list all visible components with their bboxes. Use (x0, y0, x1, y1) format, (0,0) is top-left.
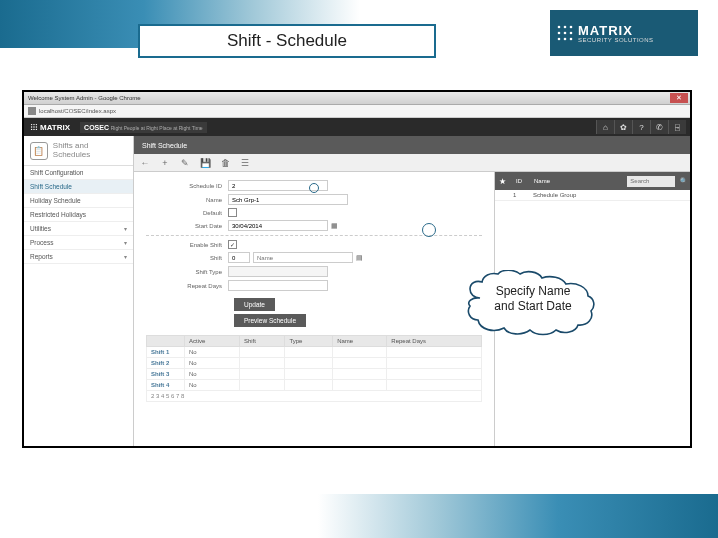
delete-icon[interactable]: 🗑 (220, 158, 230, 168)
slide-title-box: Shift - Schedule (138, 24, 436, 58)
svg-point-11 (36, 124, 37, 125)
schedule-id-input[interactable] (228, 180, 328, 191)
detail-header: ★ ID Name 🔍 (495, 172, 690, 190)
name-input[interactable] (228, 194, 348, 205)
start-date-input[interactable] (228, 220, 328, 231)
sidebar: 📋 Shifts and Schedules Shift Configurati… (24, 136, 134, 448)
slide-title-text: Shift - Schedule (227, 31, 347, 51)
svg-point-9 (31, 124, 32, 125)
main-panel: Shift Schedule ← + ✎ 💾 🗑 ☰ Schedule ID (134, 136, 690, 448)
sidebar-item-shift-schedule[interactable]: Shift Schedule (24, 180, 133, 194)
shift-table: Active Shift Type Name Repeat Days Shift… (146, 335, 482, 402)
clipboard-icon: 📋 (30, 142, 48, 160)
chevron-down-icon: ▾ (124, 239, 127, 246)
detail-search: 🔍 (627, 176, 690, 187)
bottom-gradient-decoration (318, 494, 718, 538)
table-row[interactable]: Shift 1No (147, 347, 482, 358)
table-row[interactable]: Shift 2No (147, 358, 482, 369)
sidebar-item-shift-config[interactable]: Shift Configuration (24, 166, 133, 180)
shift-id-input[interactable] (228, 252, 250, 263)
default-label: Default (146, 210, 228, 216)
default-checkbox[interactable] (228, 208, 237, 217)
sidebar-header: 📋 Shifts and Schedules (24, 136, 133, 166)
star-icon[interactable]: ★ (495, 177, 510, 186)
edit-icon[interactable]: ✎ (180, 158, 190, 168)
repeat-days-input[interactable] (228, 280, 328, 291)
sidebar-title: Shifts and Schedules (53, 142, 127, 160)
brand-tagline: SECURITY SOLUTIONS (578, 37, 654, 43)
search-input[interactable] (627, 176, 675, 187)
name-label: Name (146, 197, 228, 203)
chevron-down-icon: ▾ (124, 225, 127, 232)
detail-row[interactable]: 1 Schedule Group (495, 190, 690, 201)
favicon-icon (28, 107, 36, 115)
app-brand: MATRIX (40, 123, 70, 132)
save-icon[interactable]: 💾 (200, 158, 210, 168)
panel-title: Shift Schedule (134, 136, 690, 154)
svg-point-10 (33, 124, 34, 125)
app-logo-icon (30, 123, 38, 131)
svg-point-4 (564, 32, 567, 35)
update-button[interactable]: Update (234, 298, 275, 311)
calendar-icon[interactable]: ▦ (331, 222, 338, 230)
svg-point-12 (31, 126, 32, 127)
svg-point-6 (558, 38, 561, 41)
add-icon[interactable]: + (160, 158, 170, 168)
browser-titlebar: Welcome System Admin - Google Chrome ✕ (24, 92, 690, 105)
sidebar-item-process[interactable]: Process▾ (24, 236, 133, 250)
sidebar-item-holiday-schedule[interactable]: Holiday Schedule (24, 194, 133, 208)
svg-point-3 (558, 32, 561, 35)
callout-bubble: Specify Name and Start Date (460, 270, 600, 336)
logout-icon[interactable]: ⍈ (668, 120, 686, 134)
start-date-label: Start Date (146, 223, 228, 229)
phone-icon[interactable]: ✆ (650, 120, 668, 134)
shift-name-input[interactable] (253, 252, 353, 263)
svg-point-14 (36, 126, 37, 127)
enable-shift-label: Enable Shift (146, 242, 228, 248)
window-close-button[interactable]: ✕ (670, 93, 688, 103)
detail-col-name: Name (528, 178, 556, 184)
app-header-actions: ⌂ ✿ ? ✆ ⍈ (596, 120, 686, 134)
svg-point-1 (564, 26, 567, 29)
svg-point-16 (33, 129, 34, 130)
app-tagline: Right People at Right Place at Right Tim… (111, 125, 203, 131)
sidebar-item-reports[interactable]: Reports▾ (24, 250, 133, 264)
enable-shift-checkbox[interactable] (228, 240, 237, 249)
svg-point-2 (570, 26, 573, 29)
svg-point-7 (564, 38, 567, 41)
shift-label: Shift (146, 255, 228, 261)
browser-address-bar[interactable]: localhost/COSEC/index.aspx (24, 105, 690, 118)
form-area: Schedule ID Name Default Start Date (134, 172, 494, 448)
shift-type-input[interactable] (228, 266, 328, 277)
lookup-icon[interactable]: ▤ (356, 254, 363, 262)
callout-text: Specify Name and Start Date (488, 284, 578, 314)
search-icon[interactable]: 🔍 (677, 178, 690, 184)
gear-icon[interactable]: ✿ (614, 120, 632, 134)
shift-type-label: Shift Type (146, 269, 228, 275)
table-header-row: Active Shift Type Name Repeat Days (147, 336, 482, 347)
sidebar-item-restricted-holidays[interactable]: Restricted Holidays (24, 208, 133, 222)
svg-point-13 (33, 126, 34, 127)
table-row[interactable]: Shift 4No (147, 380, 482, 391)
question-icon[interactable]: ? (632, 120, 650, 134)
repeat-days-label: Repeat Days (146, 283, 228, 289)
brand-name: MATRIX (578, 24, 654, 37)
sidebar-item-utilities[interactable]: Utilities▾ (24, 222, 133, 236)
detail-col-id: ID (510, 178, 528, 184)
table-pagination[interactable]: 2 3 4 5 6 7 8 (147, 391, 482, 402)
svg-point-0 (558, 26, 561, 29)
panel-content: Schedule ID Name Default Start Date (134, 172, 690, 448)
browser-url: localhost/COSEC/index.aspx (39, 108, 116, 114)
preview-schedule-button[interactable]: Preview Schedule (234, 314, 306, 327)
panel-toolbar: ← + ✎ 💾 🗑 ☰ (134, 154, 690, 172)
svg-point-5 (570, 32, 573, 35)
list-icon[interactable]: ☰ (240, 158, 250, 168)
brand-logo: MATRIX SECURITY SOLUTIONS (550, 10, 698, 56)
back-icon[interactable]: ← (140, 158, 150, 168)
table-row[interactable]: Shift 3No (147, 369, 482, 380)
chevron-down-icon: ▾ (124, 253, 127, 260)
schedule-id-label: Schedule ID (146, 183, 228, 189)
app-screenshot: Welcome System Admin - Google Chrome ✕ l… (22, 90, 692, 448)
home-icon[interactable]: ⌂ (596, 120, 614, 134)
brand-logo-icon (556, 24, 574, 42)
